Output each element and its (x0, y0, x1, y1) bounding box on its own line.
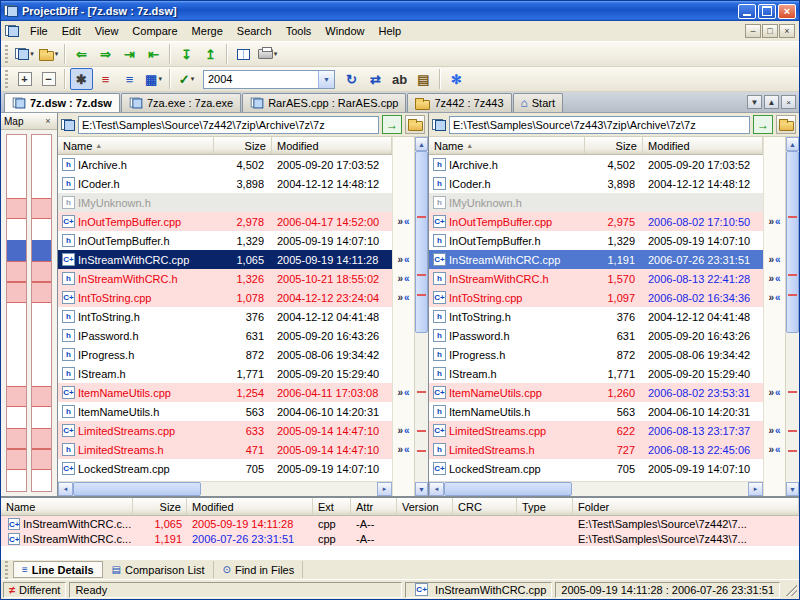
scrollbar-thumb[interactable] (73, 482, 201, 496)
mdi-close-button[interactable] (779, 24, 795, 38)
scrollbar-track[interactable] (444, 482, 748, 496)
tab-raraes-cpp-raraes-cpp[interactable]: RarAES.cpp : RarAES.cpp (242, 93, 406, 112)
map-strip-2[interactable] (31, 134, 52, 492)
file-row[interactable]: C+LockedStream.cpp7052005-09-19 14:07:10 (429, 459, 763, 478)
details-row[interactable]: C+InStreamWithCRC.c...1,1912006-07-26 23… (1, 531, 799, 546)
file-row[interactable]: hICoder.h3,8982004-12-12 14:48:12 (58, 174, 392, 193)
toolbar-grip[interactable] (5, 45, 8, 63)
compare-rule-button[interactable]: ✓▾ (175, 68, 198, 90)
show-identical-files-button[interactable]: ≡ (118, 68, 141, 90)
combo-dropdown-icon[interactable]: ▼ (318, 71, 334, 88)
menu-item-compare[interactable]: Compare (125, 22, 184, 40)
next-difference-button[interactable]: ↧ (175, 43, 198, 65)
file-row[interactable]: C+LimitedStreams.cpp6332005-09-14 14:47:… (58, 421, 392, 440)
file-row[interactable]: hIProgress.h8722005-08-06 19:34:42 (429, 345, 763, 364)
vertical-scrollbar[interactable]: ▲▼ (785, 137, 799, 496)
file-row[interactable]: hIPassword.h6312005-09-20 16:43:26 (58, 326, 392, 345)
file-row[interactable]: hInOutTempBuffer.h1,3292005-09-19 14:07:… (58, 231, 392, 250)
open-button[interactable]: ▾ (37, 43, 60, 65)
scrollbar-track[interactable] (73, 482, 377, 496)
column-header-name[interactable]: Name▲ (429, 137, 585, 154)
copy-to-right-button[interactable]: ⇒ (94, 43, 117, 65)
menu-item-file[interactable]: File (23, 22, 55, 40)
scroll-down-button[interactable]: ▼ (415, 482, 428, 496)
menu-item-tools[interactable]: Tools (279, 22, 319, 40)
remove-pane-button[interactable]: − (37, 68, 60, 90)
file-row[interactable]: hIntToString.h3762004-12-12 04:41:48 (58, 307, 392, 326)
scroll-right-button[interactable]: ▸ (748, 482, 763, 496)
scrollbar-thumb[interactable] (786, 151, 799, 333)
toolbar-grip[interactable] (5, 561, 8, 579)
path-input[interactable]: E:\Test\Samples\Source\7z443\7zip\Archiv… (449, 116, 750, 134)
file-row[interactable]: hIStream.h1,7712005-09-20 15:29:40 (429, 364, 763, 383)
column-header-size[interactable]: Size (585, 137, 643, 154)
path-input[interactable]: E:\Test\Samples\Source\7z442\7zip\Archiv… (78, 116, 379, 134)
menu-item-search[interactable]: Search (230, 22, 279, 40)
merge-buttons[interactable]: »« (393, 421, 414, 440)
details-column-attr[interactable]: Attr (351, 498, 397, 515)
go-button[interactable]: → (382, 115, 402, 134)
details-column-ext[interactable]: Ext (313, 498, 351, 515)
file-row[interactable]: hIArchive.h4,5022005-09-20 17:03:52 (429, 155, 763, 174)
recompare-button[interactable]: ↻ (340, 68, 363, 90)
menu-item-edit[interactable]: Edit (55, 22, 88, 40)
file-row[interactable]: C+InOutTempBuffer.cpp2,9752006-08-02 17:… (429, 212, 763, 231)
merge-buttons[interactable]: »« (393, 440, 414, 459)
toolbar-grip[interactable] (5, 70, 8, 88)
merge-buttons[interactable]: »« (393, 269, 414, 288)
file-row[interactable]: hIProgress.h8722005-08-06 19:34:42 (58, 345, 392, 364)
merge-buttons[interactable]: »« (764, 250, 785, 269)
show-all-files-button[interactable]: ✱ (70, 68, 93, 90)
file-row[interactable]: hIntToString.h3762004-12-12 04:41:48 (429, 307, 763, 326)
details-column-version[interactable]: Version (397, 498, 453, 515)
browse-folder-button[interactable] (405, 115, 425, 134)
file-row[interactable]: hItemNameUtils.h5632004-06-10 14:20:31 (429, 402, 763, 421)
report-button[interactable]: ▤ (412, 68, 435, 90)
file-row[interactable]: hLimitedStreams.h7272006-08-13 22:45:06 (429, 440, 763, 459)
details-column-folder[interactable]: Folder (573, 498, 799, 515)
file-row[interactable]: C+ItemNameUtils.cpp1,2602006-08-02 23:53… (429, 383, 763, 402)
go-button[interactable]: → (753, 115, 773, 134)
scroll-up-button[interactable]: ▲ (786, 137, 799, 151)
details-column-type[interactable]: Type (517, 498, 573, 515)
merge-buttons[interactable]: »« (393, 212, 414, 231)
scroll-down-button[interactable]: ▼ (786, 482, 799, 496)
menu-item-help[interactable]: Help (371, 22, 408, 40)
merge-buttons[interactable]: »« (393, 383, 414, 402)
file-row[interactable]: hIArchive.h4,5022005-09-20 17:03:52 (58, 155, 392, 174)
details-column-name[interactable]: Name (1, 498, 133, 515)
mdi-minimize-button[interactable] (745, 24, 761, 38)
file-row[interactable]: C+LimitedStreams.cpp6222006-08-13 23:17:… (429, 421, 763, 440)
previous-difference-button[interactable]: ↥ (199, 43, 222, 65)
tab-close-button[interactable]: × (781, 95, 796, 109)
browse-folder-button[interactable] (776, 115, 796, 134)
file-row[interactable]: C+IntToString.cpp1,0972006-08-02 16:34:3… (429, 288, 763, 307)
new-comparison-button[interactable]: ▾ (13, 43, 36, 65)
file-row[interactable]: hIStream.h1,7712005-09-20 15:29:40 (58, 364, 392, 383)
horizontal-scrollbar[interactable]: ◂▸ (58, 481, 392, 496)
tab-scroll-up-button[interactable]: ▲ (764, 95, 779, 109)
merge-buttons[interactable]: »« (764, 421, 785, 440)
column-header-modified[interactable]: Modified (643, 137, 763, 154)
bottom-tab-line-details[interactable]: ≡Line Details (13, 561, 103, 578)
merge-buttons[interactable]: »« (764, 288, 785, 307)
file-row[interactable]: C+LockedStream.cpp7052005-09-19 14:07:10 (58, 459, 392, 478)
merge-buttons[interactable]: »« (393, 250, 414, 269)
add-pane-button[interactable]: + (13, 68, 36, 90)
file-row[interactable]: C+InStreamWithCRC.cpp1,0652005-09-19 14:… (58, 250, 392, 269)
file-row[interactable]: hInOutTempBuffer.h1,3292005-09-19 14:07:… (429, 231, 763, 250)
copy-all-to-left-button[interactable]: ⇤ (142, 43, 165, 65)
merge-buttons[interactable]: »« (393, 288, 414, 307)
details-column-crc[interactable]: CRC (453, 498, 517, 515)
menu-item-merge[interactable]: Merge (185, 22, 230, 40)
text-format-button[interactable]: ab (388, 68, 411, 90)
show-different-files-button[interactable]: ≡ (94, 68, 117, 90)
details-column-size[interactable]: Size (133, 498, 187, 515)
column-header-modified[interactable]: Modified (272, 137, 392, 154)
merge-buttons[interactable]: »« (764, 440, 785, 459)
file-row[interactable]: hIPassword.h6312005-09-20 16:43:26 (429, 326, 763, 345)
tab-7z442-7z443[interactable]: 7z442 : 7z443 (407, 93, 511, 112)
scrollbar-track[interactable] (786, 151, 799, 482)
print-button[interactable]: ▾ (256, 43, 279, 65)
details-column-modified[interactable]: Modified (187, 498, 313, 515)
